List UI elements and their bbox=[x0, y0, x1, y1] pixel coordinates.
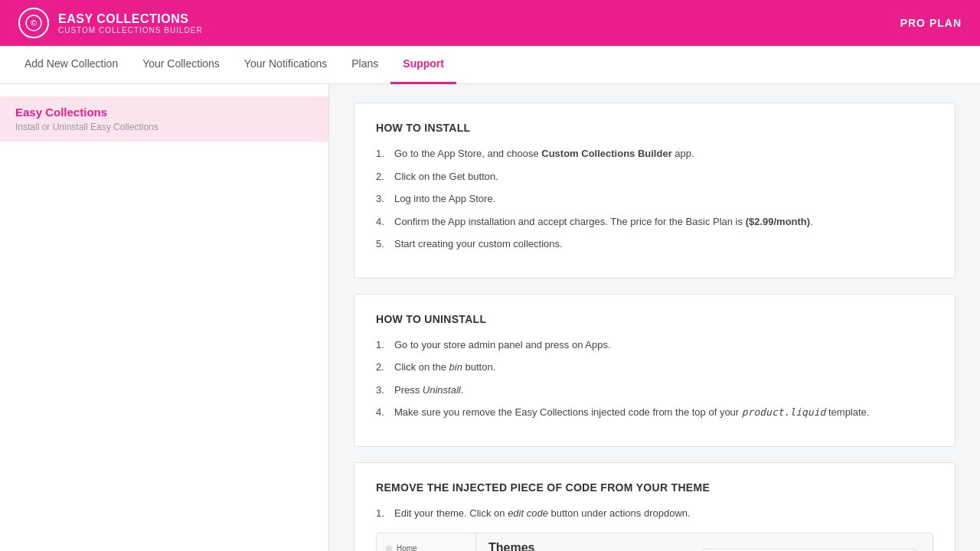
preview-sidebar-label: Home bbox=[397, 544, 417, 551]
step-num: 5. bbox=[376, 236, 390, 252]
italic-text: bin bbox=[449, 361, 462, 373]
preview-dot bbox=[386, 546, 392, 552]
install-step-1: 1. Go to the App Store, and choose Custo… bbox=[376, 146, 933, 161]
header-subtitle: CUSTOM COLLECTIONS BUILDER bbox=[58, 26, 203, 34]
nav-add-new-collection[interactable]: Add New Collection bbox=[12, 46, 130, 84]
step-text: Edit your theme. Click on edit code butt… bbox=[394, 506, 933, 521]
install-section: HOW TO INSTALL 1. Go to the App Store, a… bbox=[354, 103, 956, 279]
logo: © bbox=[18, 8, 49, 38]
nav-support[interactable]: Support bbox=[390, 46, 456, 84]
mono-text: product.liquid bbox=[742, 406, 826, 418]
remove-steps: 1. Edit your theme. Click on edit code b… bbox=[376, 506, 933, 521]
uninstall-section: HOW TO UNINSTALL 1. Go to your store adm… bbox=[354, 294, 956, 447]
preview-sidebar-home: Home bbox=[377, 540, 475, 551]
step-num: 4. bbox=[376, 405, 390, 420]
sidebar-item-easy-collections[interactable]: Easy Collections Install or Uninstall Ea… bbox=[0, 96, 328, 142]
theme-screenshot-preview: Home Orders ● Products Customers bbox=[376, 533, 933, 551]
step-num: 1. bbox=[376, 146, 390, 161]
step-num: 4. bbox=[376, 214, 390, 230]
step-text: Start creating your custom collections. bbox=[394, 236, 933, 252]
nav-plans[interactable]: Plans bbox=[339, 46, 390, 84]
install-step-2: 2. Click on the Get button. bbox=[376, 169, 933, 184]
step-text: Click on the bin button. bbox=[394, 360, 933, 375]
step-text: Go to the App Store, and choose Custom C… bbox=[394, 146, 933, 161]
step-text: Click on the Get button. bbox=[394, 169, 933, 184]
remove-title: REMOVE THE INJECTED PIECE OF CODE FROM Y… bbox=[376, 481, 933, 494]
step-num: 1. bbox=[376, 337, 390, 353]
step-num: 2. bbox=[376, 169, 390, 184]
nav-your-notifications[interactable]: Your Notifications bbox=[232, 46, 339, 84]
uninstall-step-2: 2. Click on the bin button. bbox=[376, 360, 933, 375]
step-text: Go to your store admin panel and press o… bbox=[394, 337, 933, 353]
plan-badge: PRO PLAN bbox=[900, 17, 962, 29]
main-nav: Add New Collection Your Collections Your… bbox=[0, 46, 980, 84]
header: © EASY COLLECTIONS CUSTOM COLLECTIONS BU… bbox=[0, 0, 980, 46]
italic-text: Uninstall bbox=[423, 384, 461, 396]
sidebar-item-desc: Install or Uninstall Easy Collections bbox=[15, 122, 313, 132]
step-num: 3. bbox=[376, 191, 390, 207]
preview-sidebar: Home Orders ● Products Customers bbox=[377, 533, 476, 551]
italic-text: edit code bbox=[508, 507, 548, 519]
sidebar-item-label: Easy Collections bbox=[15, 106, 313, 119]
install-step-4: 4. Confirm the App installation and acce… bbox=[376, 214, 933, 230]
brand: © EASY COLLECTIONS CUSTOM COLLECTIONS BU… bbox=[18, 8, 203, 38]
step-num: 2. bbox=[376, 360, 390, 375]
uninstall-step-1: 1. Go to your store admin panel and pres… bbox=[376, 337, 933, 353]
sidebar: Easy Collections Install or Uninstall Ea… bbox=[0, 84, 329, 551]
step-text: Confirm the App installation and accept … bbox=[394, 214, 933, 230]
svg-text:©: © bbox=[31, 18, 37, 28]
step-text: Log into the App Store. bbox=[394, 191, 933, 207]
header-title-block: EASY COLLECTIONS CUSTOM COLLECTIONS BUIL… bbox=[58, 12, 203, 34]
step-text: Make sure you remove the Easy Collection… bbox=[394, 405, 933, 420]
step-text: Press Uninstall. bbox=[394, 383, 933, 398]
header-title: EASY COLLECTIONS bbox=[58, 12, 203, 26]
remove-section: REMOVE THE INJECTED PIECE OF CODE FROM Y… bbox=[354, 462, 956, 552]
main-content: HOW TO INSTALL 1. Go to the App Store, a… bbox=[329, 84, 980, 551]
uninstall-steps: 1. Go to your store admin panel and pres… bbox=[376, 337, 933, 420]
uninstall-step-4: 4. Make sure you remove the Easy Collect… bbox=[376, 405, 933, 420]
bold-text: ($2.99/month) bbox=[746, 216, 811, 227]
uninstall-title: HOW TO UNINSTALL bbox=[376, 313, 933, 325]
step-num: 1. bbox=[376, 506, 390, 521]
install-title: HOW TO INSTALL bbox=[376, 122, 933, 134]
page-layout: Easy Collections Install or Uninstall Ea… bbox=[0, 84, 980, 551]
install-step-3: 3. Log into the App Store. bbox=[376, 191, 933, 207]
step-num: 3. bbox=[376, 383, 390, 398]
uninstall-step-3: 3. Press Uninstall. bbox=[376, 383, 933, 398]
install-step-5: 5. Start creating your custom collection… bbox=[376, 236, 933, 252]
nav-your-collections[interactable]: Your Collections bbox=[130, 46, 232, 84]
install-steps: 1. Go to the App Store, and choose Custo… bbox=[376, 146, 933, 252]
bold-text: Custom Collections Builder bbox=[541, 148, 671, 159]
remove-step-1: 1. Edit your theme. Click on edit code b… bbox=[376, 506, 933, 521]
